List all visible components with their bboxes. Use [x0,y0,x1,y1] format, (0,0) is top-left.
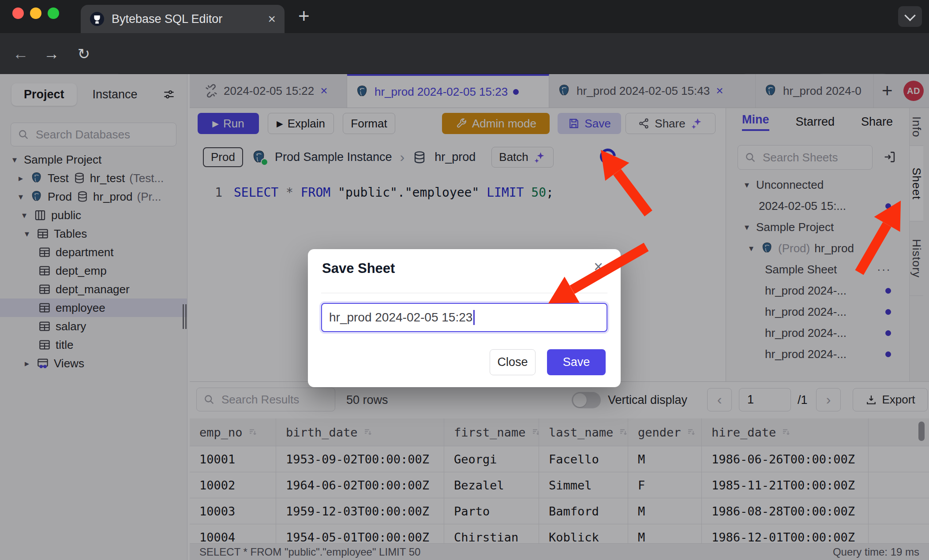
sheet-name-input[interactable]: hr_prod 2024-02-05 15:23 [321,303,607,332]
browser-toolbar: ← → ↻ i localhost:8080/sql-editor/prod-s… [0,33,929,74]
save-sheet-dialog: Save Sheet × hr_prod 2024-02-05 15:23 Cl… [308,249,621,387]
browser-tab-strip: Bytebase SQL Editor × + [0,0,929,33]
bytebase-app: Project Instance ▾Sample Project▸Testhr_… [0,74,929,560]
close-button[interactable]: Close [490,349,536,375]
save-sheet-button[interactable]: Save [547,349,606,375]
macos-zoom-button[interactable] [48,7,59,19]
back-button[interactable]: ← [10,33,32,74]
new-tab-button[interactable]: + [298,6,310,26]
browser-tab[interactable]: Bytebase SQL Editor × [81,5,285,33]
close-dialog-icon[interactable]: × [594,259,603,275]
bytebase-favicon-icon [90,11,105,26]
dialog-divider [321,293,607,293]
forward-button[interactable]: → [41,33,63,74]
browser-tab-title: Bytebase SQL Editor [112,12,261,26]
reload-button[interactable]: ↻ [71,33,96,74]
macos-close-button[interactable] [12,7,24,19]
close-tab-icon[interactable]: × [268,12,276,26]
screen: Bytebase SQL Editor × + ← → ↻ i localhos… [0,0,929,560]
tab-search-button[interactable] [898,6,922,27]
sheet-name-value: hr_prod 2024-02-05 15:23 [329,310,472,325]
chevron-down-icon [904,10,915,21]
text-cursor [473,310,475,325]
macos-minimize-button[interactable] [30,7,41,19]
dialog-title: Save Sheet [322,261,395,276]
